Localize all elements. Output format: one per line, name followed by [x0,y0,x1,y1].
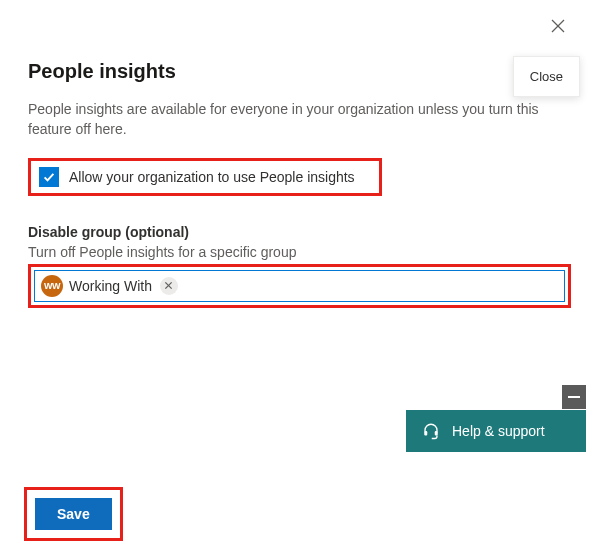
save-button[interactable]: Save [35,498,112,530]
group-chip-label: Working With [69,278,152,294]
disable-group-help: Turn off People insights for a specific … [28,244,566,260]
svg-rect-5 [435,431,438,436]
remove-icon [164,281,173,290]
help-support-button[interactable]: Help & support [406,410,586,452]
page-description: People insights are available for everyo… [28,99,548,140]
close-button[interactable] [550,18,570,38]
close-icon [550,18,566,34]
group-chip-avatar: WW [41,275,63,297]
close-tooltip: Close [513,56,580,97]
minus-icon [568,396,580,398]
disable-group-highlight: WW Working With [28,264,571,308]
headset-icon [422,422,440,440]
save-highlight: Save [24,487,123,541]
disable-group-input[interactable]: WW Working With [34,270,565,302]
people-insights-panel: Close People insights People insights ar… [0,0,594,555]
page-title: People insights [28,60,566,83]
checkmark-icon [42,170,56,184]
help-support-label: Help & support [452,423,545,439]
svg-rect-4 [424,431,427,436]
minimize-button[interactable] [562,385,586,409]
allow-insights-checkbox[interactable] [39,167,59,187]
disable-group-label: Disable group (optional) [28,224,566,240]
allow-insights-highlight: Allow your organization to use People in… [28,158,382,196]
group-chip-remove[interactable] [160,277,178,295]
allow-insights-label: Allow your organization to use People in… [69,169,355,185]
